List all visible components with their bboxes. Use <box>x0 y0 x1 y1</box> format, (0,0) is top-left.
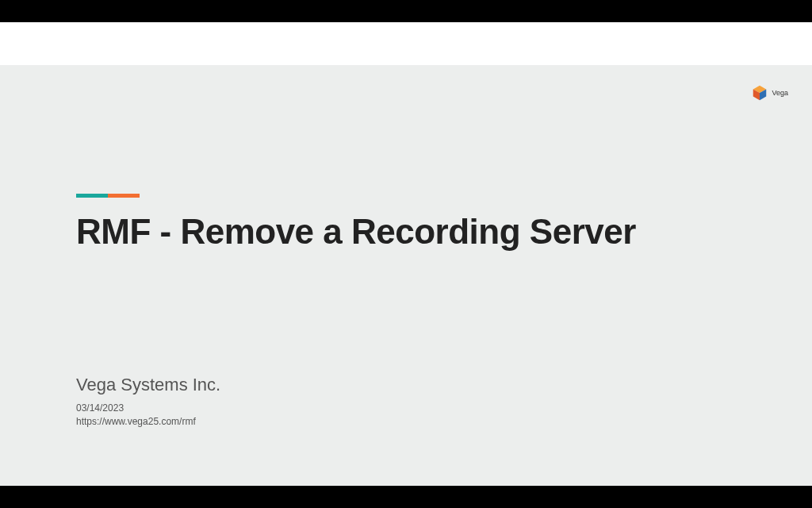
cube-icon <box>751 84 768 102</box>
accent-bar <box>76 194 140 198</box>
presentation-frame: Vega RMF - Remove a Recording Server Veg… <box>0 0 812 508</box>
slide-date: 03/14/2023 <box>76 402 196 415</box>
brand-name: Vega <box>772 89 788 97</box>
slide-title: RMF - Remove a Recording Server <box>76 213 764 251</box>
white-band <box>0 22 812 65</box>
letterbox-top <box>0 0 812 22</box>
slide-url: https://www.vega25.com/rmf <box>76 415 196 429</box>
company-name: Vega Systems Inc. <box>76 375 220 395</box>
accent-orange <box>108 194 140 198</box>
brand-logo: Vega <box>751 84 788 102</box>
accent-teal <box>76 194 108 198</box>
slide-meta: 03/14/2023 https://www.vega25.com/rmf <box>76 402 196 429</box>
letterbox-bottom <box>0 486 812 508</box>
title-slide: Vega RMF - Remove a Recording Server Veg… <box>0 65 812 486</box>
